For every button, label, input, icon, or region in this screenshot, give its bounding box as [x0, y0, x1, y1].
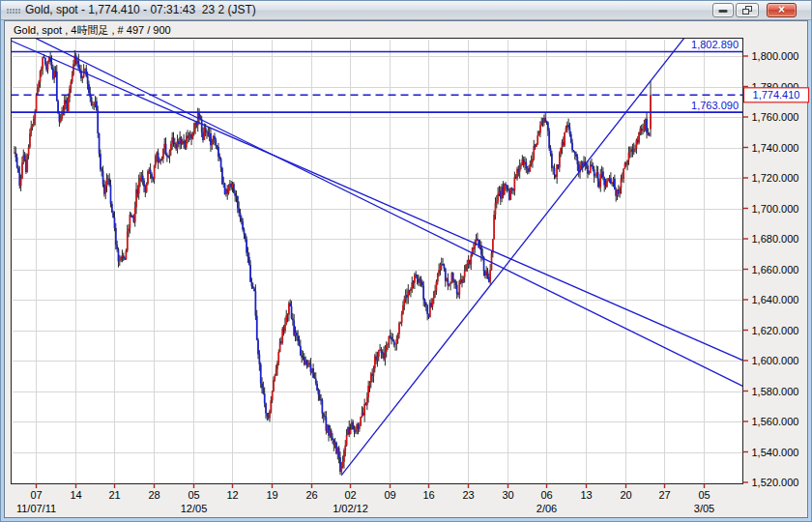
svg-text:1,620.000: 1,620.000: [752, 325, 799, 336]
svg-text:07: 07: [30, 489, 42, 501]
svg-text:1,600.000: 1,600.000: [752, 355, 799, 366]
y-axis: 1,520.0001,540.0001,560.0001,580.0001,60…: [743, 50, 799, 488]
svg-text:1,680.000: 1,680.000: [752, 233, 799, 245]
svg-text:1,740.000: 1,740.000: [752, 142, 799, 154]
app-window: Gold, spot - 1,774.410 - 07:31:43 23 2 (…: [0, 0, 812, 522]
svg-text:13: 13: [580, 489, 592, 501]
svg-text:12: 12: [226, 489, 238, 501]
svg-text:28: 28: [148, 489, 160, 501]
svg-text:1,660.000: 1,660.000: [752, 264, 799, 276]
svg-text:1,640.000: 1,640.000: [752, 294, 799, 305]
svg-text:06: 06: [540, 489, 552, 501]
svg-text:05: 05: [188, 489, 199, 501]
svg-text:3/05: 3/05: [694, 503, 714, 514]
svg-text:02: 02: [344, 489, 356, 501]
svg-text:1,560.000: 1,560.000: [752, 416, 799, 427]
resistance-label: 1,802.890: [691, 39, 739, 50]
svg-text:1,520.000: 1,520.000: [752, 477, 799, 488]
price-chart-canvas[interactable]: 1,802.8901,763.0901,520.0001,540.0001,56…: [1, 1, 812, 522]
svg-text:21: 21: [108, 489, 120, 501]
svg-text:14: 14: [70, 489, 81, 501]
current-price-box: 1,774.410: [744, 88, 809, 102]
x-axis: 07142128051219260209162330061320270511/0…: [16, 484, 714, 515]
svg-text:1,720.000: 1,720.000: [752, 172, 799, 184]
svg-text:11/07/11: 11/07/11: [16, 503, 56, 514]
svg-text:1,700.000: 1,700.000: [752, 203, 799, 215]
current-price-label: 1,774.410: [753, 89, 800, 101]
svg-text:09: 09: [384, 489, 395, 501]
svg-text:16: 16: [422, 489, 434, 501]
svg-text:1,760.000: 1,760.000: [752, 111, 799, 123]
svg-text:30: 30: [502, 489, 513, 501]
svg-text:23: 23: [462, 489, 474, 501]
svg-text:1,580.000: 1,580.000: [752, 386, 799, 397]
svg-text:05: 05: [698, 489, 710, 501]
support-label: 1,763.090: [691, 100, 739, 111]
svg-text:1,540.000: 1,540.000: [752, 447, 799, 458]
svg-text:20: 20: [620, 489, 631, 501]
svg-text:1,800.000: 1,800.000: [752, 50, 799, 62]
svg-text:2/06: 2/06: [536, 503, 557, 514]
svg-text:1/02/12: 1/02/12: [333, 503, 368, 514]
svg-text:27: 27: [658, 489, 670, 501]
svg-text:12/05: 12/05: [181, 503, 208, 514]
svg-text:19: 19: [266, 489, 277, 501]
svg-text:26: 26: [305, 489, 317, 501]
